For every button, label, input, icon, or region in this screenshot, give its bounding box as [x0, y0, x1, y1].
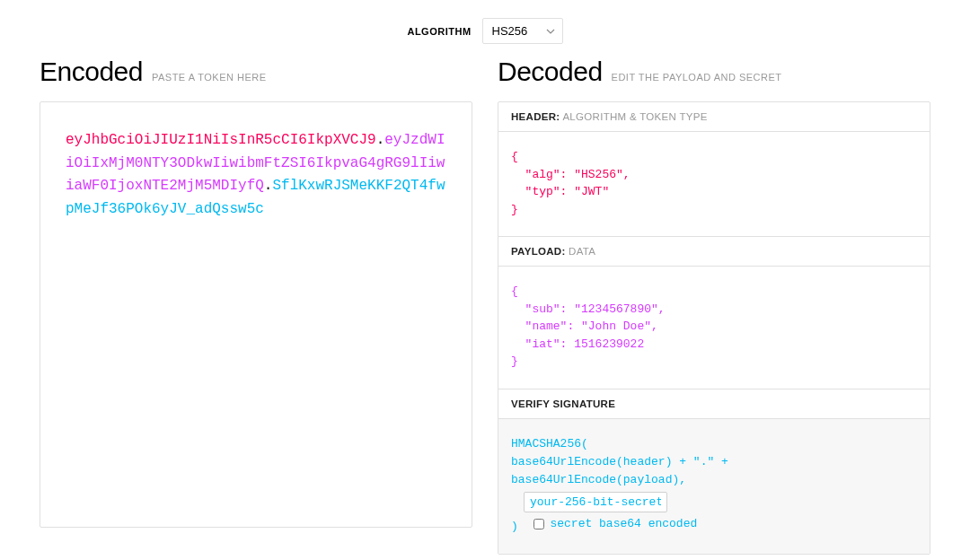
encoded-subtitle: PASTE A TOKEN HERE	[152, 72, 267, 83]
base64-checkbox[interactable]	[534, 519, 544, 529]
sig-line-3: base64UrlEncode(payload),	[511, 471, 917, 489]
secret-input[interactable]	[524, 492, 667, 512]
sig-line-1: HMACSHA256(	[511, 435, 917, 453]
encoded-token-input[interactable]: eyJhbGciOiJIUzI1NiIsInR5cCI6IkpXVCJ9.eyJ…	[40, 101, 472, 528]
decoded-title: Decoded	[498, 57, 603, 87]
payload-section-label: PAYLOAD: DATA	[498, 237, 930, 267]
chevron-down-icon	[546, 27, 555, 36]
encoded-title: Encoded	[40, 57, 143, 87]
algorithm-value: HS256	[492, 24, 528, 38]
decoded-subtitle: EDIT THE PAYLOAD AND SECRET	[612, 72, 782, 83]
algorithm-label: ALGORITHM	[407, 26, 471, 37]
header-json-editor[interactable]: { "alg": "HS256", "typ": "JWT" }	[498, 132, 930, 237]
signature-section-label: VERIFY SIGNATURE	[498, 389, 930, 419]
token-header-segment: eyJhbGciOiJIUzI1NiIsInR5cCI6IkpXVCJ9	[66, 132, 376, 148]
payload-json-editor[interactable]: { "sub": "1234567890", "name": "John Doe…	[498, 267, 930, 389]
base64-checkbox-label[interactable]: secret base64 encoded	[534, 515, 697, 533]
signature-body: HMACSHA256( base64UrlEncode(header) + ".…	[498, 419, 930, 555]
decoded-column: Decoded EDIT THE PAYLOAD AND SECRET HEAD…	[498, 57, 930, 555]
header-section-label: HEADER: ALGORITHM & TOKEN TYPE	[498, 102, 930, 132]
algorithm-select[interactable]: HS256	[482, 18, 563, 44]
sig-close-paren: )	[511, 520, 518, 533]
encoded-column: Encoded PASTE A TOKEN HERE eyJhbGciOiJIU…	[40, 57, 472, 555]
sig-line-2: base64UrlEncode(header) + "." +	[511, 453, 917, 471]
